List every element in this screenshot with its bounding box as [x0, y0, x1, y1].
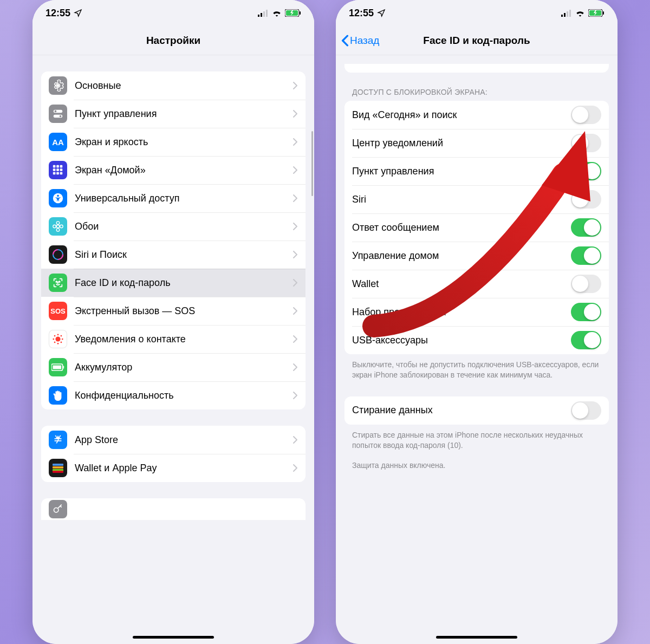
settings-row[interactable]: SOSЭкстренный вызов — SOS [41, 297, 306, 325]
settings-row[interactable]: Siri и Поиск [41, 240, 306, 269]
nav-header: Назад Face ID и код-пароль [336, 26, 618, 55]
cellular-icon [561, 9, 572, 17]
scroll-body[interactable]: ОсновныеПункт управленияAAЭкран и яркост… [32, 55, 314, 644]
svg-point-32 [59, 281, 60, 282]
row-label: Пункт управления [75, 108, 292, 120]
home-indicator[interactable] [436, 636, 517, 639]
status-time: 12:55 [349, 8, 374, 19]
toggle-row[interactable]: Вид «Сегодня» и поиск [344, 101, 609, 129]
svg-rect-48 [53, 471, 63, 473]
appstore-icon [49, 431, 67, 449]
section-header: ДОСТУП С БЛОКИРОВКОЙ ЭКРАНА: [352, 88, 601, 96]
settings-row[interactable]: Аккумулятор [41, 353, 306, 381]
toggle-switch[interactable] [571, 246, 601, 265]
switches-icon [49, 105, 67, 123]
status-time: 12:55 [46, 8, 70, 19]
svg-point-37 [62, 339, 63, 340]
settings-row[interactable]: Обои [41, 212, 306, 240]
row-label: Управление домом [352, 250, 571, 262]
svg-point-31 [56, 281, 57, 282]
settings-group-partial [41, 498, 306, 520]
row-label: Пункт управления [352, 166, 571, 177]
svg-rect-17 [60, 168, 63, 171]
sos-icon: SOS [49, 302, 67, 320]
row-label: Уведомления о контакте [75, 334, 292, 345]
gear-icon [49, 76, 67, 95]
chevron-right-icon [292, 166, 298, 174]
settings-group: App StoreWallet и Apple Pay [41, 426, 306, 482]
svg-rect-12 [53, 165, 56, 168]
row-label: Ответ сообщением [352, 222, 571, 233]
toggle-row[interactable]: Управление домом [344, 242, 609, 270]
settings-row[interactable]: AAЭкран и яркость [41, 128, 306, 156]
faceid-icon [49, 274, 67, 292]
svg-point-34 [57, 334, 59, 335]
toggle-switch[interactable] [571, 331, 601, 349]
toggle-switch[interactable] [571, 106, 601, 124]
location-arrow-icon [74, 9, 82, 17]
svg-rect-3 [266, 10, 268, 17]
wifi-icon [575, 9, 585, 17]
toggle-switch[interactable] [571, 134, 601, 152]
svg-point-11 [60, 115, 62, 118]
toggle-switch[interactable] [571, 218, 601, 237]
settings-row[interactable]: Конфиденциальность [41, 381, 306, 409]
toggle-switch[interactable] [571, 162, 601, 180]
chevron-right-icon [292, 109, 298, 118]
toggle-switch[interactable] [571, 401, 601, 420]
svg-rect-13 [56, 165, 59, 168]
settings-row[interactable]: Экран «Домой» [41, 156, 306, 184]
status-bar: 12:55 [32, 0, 314, 26]
settings-row[interactable]: Универсальный доступ [41, 184, 306, 212]
settings-row[interactable]: Wallet и Apple Pay [41, 454, 306, 482]
row-label: Wallet [352, 278, 571, 290]
wifi-icon [272, 9, 282, 17]
back-button[interactable]: Назад [341, 26, 379, 55]
toggle-row[interactable]: Wallet [344, 270, 609, 298]
toggle-switch[interactable] [571, 303, 601, 321]
protection-footer: Защита данных включена. [352, 460, 601, 471]
home-indicator[interactable] [133, 636, 214, 639]
settings-row[interactable]: Уведомления о контакте [41, 325, 306, 353]
row-erase-data[interactable]: Стирание данных [344, 396, 609, 425]
settings-row[interactable]: Основные [41, 71, 306, 100]
svg-point-22 [57, 195, 59, 197]
svg-rect-51 [564, 13, 566, 17]
settings-row[interactable]: Face ID и код-пароль [41, 269, 306, 297]
chevron-right-icon [292, 391, 298, 400]
chevron-right-icon [292, 464, 298, 472]
toggle-row[interactable]: Ответ сообщением [344, 213, 609, 242]
svg-rect-14 [60, 165, 63, 168]
svg-rect-45 [53, 464, 63, 466]
settings-row[interactable]: App Store [41, 426, 306, 454]
svg-point-26 [53, 225, 56, 228]
toggle-row[interactable]: Siri [344, 185, 609, 213]
toggle-row[interactable]: Центр уведомлений [344, 129, 609, 157]
chevron-right-icon [292, 222, 298, 231]
row-label: Универсальный доступ [75, 193, 292, 204]
settings-row[interactable]: Пункт управления [41, 100, 306, 128]
toggle-switch[interactable] [571, 275, 601, 293]
svg-point-27 [60, 225, 63, 228]
battery-charging-icon [285, 9, 301, 17]
toggle-row[interactable]: USB-аксессуары [344, 326, 609, 354]
row-label: Экран и яркость [75, 136, 292, 148]
toggle-switch[interactable] [571, 190, 601, 209]
exposure-icon [49, 330, 67, 348]
settings-group: ОсновныеПункт управленияAAЭкран и яркост… [41, 71, 306, 409]
svg-rect-52 [567, 11, 568, 17]
chevron-right-icon [292, 194, 298, 203]
status-bar: 12:55 [336, 0, 618, 26]
row-label: Wallet и Apple Pay [75, 463, 292, 474]
back-label: Назад [350, 35, 379, 47]
chevron-right-icon [292, 435, 298, 444]
svg-rect-19 [56, 172, 59, 175]
toggle-row[interactable]: Набор пропущенных [344, 298, 609, 326]
row-label: Набор пропущенных [352, 307, 571, 318]
row-label: Face ID и код-пароль [75, 277, 292, 289]
svg-point-33 [55, 336, 60, 341]
scroll-body[interactable]: ДОСТУП С БЛОКИРОВКОЙ ЭКРАНА: Вид «Сегодн… [336, 55, 618, 644]
toggle-row[interactable]: Пункт управления [344, 157, 609, 185]
row-label: Siri и Поиск [75, 249, 292, 261]
chevron-right-icon [292, 307, 298, 315]
